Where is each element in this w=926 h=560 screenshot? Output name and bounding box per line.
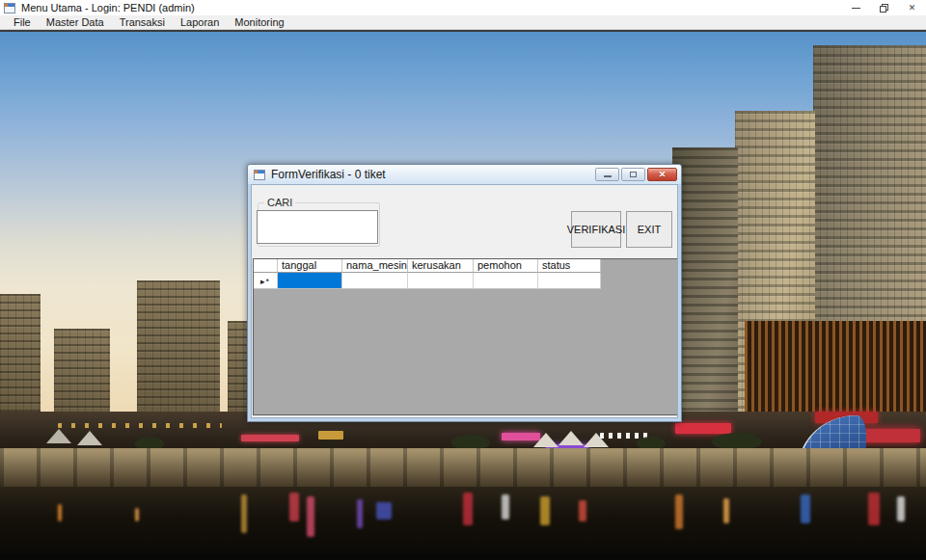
form-titlebar[interactable]: FormVerifikasi - 0 tiket ✕ [248,165,681,184]
app-icon [4,3,15,13]
light-reflection [540,496,550,525]
menu-item-file[interactable]: File [6,15,39,30]
minimize-icon [604,175,612,177]
column-header-pemohon[interactable]: pemohon [474,259,538,273]
canopy-tent [558,431,584,445]
search-input[interactable] [257,210,378,244]
light-reflection [868,493,880,525]
light-reflection [135,508,139,521]
light-reflection [801,494,810,523]
light-reflection [463,493,473,525]
column-header-tanggal[interactable]: tanggal [278,259,342,273]
promenade [0,448,926,487]
grid-header-row: tanggal nama_mesin kerusakan pemohon sta… [254,259,678,273]
column-header-status[interactable]: status [538,259,601,273]
light-reflection [289,493,299,521]
form-maximize-button[interactable] [621,168,645,181]
close-icon: ✕ [659,170,667,179]
light-reflection [307,496,314,537]
main-menubar: File Master Data Transaksi Laporan Monit… [0,15,926,30]
restore-icon [881,4,888,12]
photo-bottom-edge [0,554,926,560]
left-building [0,294,41,424]
window-lights [58,423,222,428]
light-reflection [376,502,392,520]
neon-sign [241,435,299,441]
neon-sign [675,423,731,434]
light-reflection [897,496,905,521]
minimize-button[interactable] [842,0,870,15]
light-reflection [675,494,683,529]
cari-label: CARI [264,197,295,208]
cell-tanggal-selected[interactable] [278,273,342,289]
exit-button[interactable]: EXIT [626,211,672,248]
menu-item-master-data[interactable]: Master Data [39,15,112,30]
minimize-icon [852,8,860,9]
light-reflection [241,494,247,533]
column-header-nama-mesin[interactable]: nama_mesin [342,259,408,273]
window-title: Menu Utama - Login: PENDI (admin) [21,0,195,15]
light-reflection [357,499,363,528]
canopy-tent [584,433,609,447]
window-controls: ✕ [842,0,926,15]
menu-item-monitoring[interactable]: Monitoring [227,15,291,30]
grid-new-row[interactable]: ▸* [254,273,678,289]
light-reflection [723,498,729,523]
left-building [54,329,110,424]
cell-pemohon[interactable] [474,273,538,289]
app-window: Menu Utama - Login: PENDI (admin) ✕ File… [0,0,926,560]
form-window-controls: ✕ [595,168,677,181]
row-header-cell[interactable]: ▸* [254,273,278,289]
menu-item-transaksi[interactable]: Transaksi [112,15,173,30]
close-button[interactable]: ✕ [898,0,926,15]
canopy-tent [77,431,102,445]
cell-kerusakan[interactable] [408,273,474,289]
right-tower [672,147,738,425]
neon-sign [318,431,343,440]
grid-corner-cell [254,259,278,273]
light-reflection [579,500,586,521]
column-header-kerusakan[interactable]: kerusakan [408,259,474,273]
menu-item-laporan[interactable]: Laporan [173,15,227,30]
form-verifikasi-window: FormVerifikasi - 0 tiket ✕ CARI VERIFIKA… [247,164,682,422]
form-client-area: CARI VERIFIKASI EXIT tanggal nama_mesin … [251,184,678,418]
form-title: FormVerifikasi - 0 tiket [271,168,386,181]
cell-nama-mesin[interactable] [342,273,408,289]
canopy-tent [46,429,71,443]
verifikasi-button[interactable]: VERIFIKASI [571,211,621,248]
close-icon: ✕ [909,3,916,13]
tickets-grid[interactable]: tanggal nama_mesin kerusakan pemohon sta… [253,258,678,415]
main-titlebar: Menu Utama - Login: PENDI (admin) ✕ [0,0,926,15]
restore-button[interactable] [870,0,898,15]
cell-status[interactable] [538,273,601,289]
form-minimize-button[interactable] [595,168,619,181]
form-close-button[interactable]: ✕ [647,168,677,181]
left-building [137,280,220,424]
water [0,487,926,556]
light-reflection [58,504,62,521]
maximize-icon [630,172,637,177]
form-icon [254,170,265,180]
light-reflection [502,494,509,520]
new-row-indicator-icon: ▸* [260,277,270,286]
canopy-tent [533,433,558,447]
